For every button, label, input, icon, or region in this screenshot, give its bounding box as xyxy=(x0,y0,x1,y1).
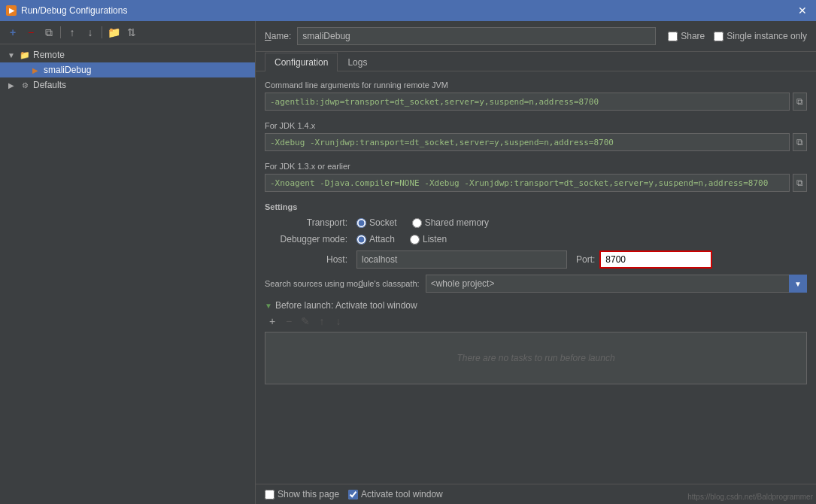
copy-config-button[interactable]: ⧉ xyxy=(41,24,57,41)
settings-title: Settings xyxy=(265,202,807,211)
config-panel: Command line arguments for running remot… xyxy=(256,71,816,484)
shared-memory-label: Shared memory xyxy=(425,217,489,228)
module-select[interactable]: <whole project> xyxy=(426,275,807,293)
show-page-checkbox[interactable] xyxy=(265,490,275,499)
config-icon: ▶ xyxy=(29,64,41,76)
listen-option[interactable]: Listen xyxy=(410,234,447,244)
right-panel: Name: Share Single instance only Confi xyxy=(256,21,816,504)
host-input[interactable] xyxy=(356,250,567,269)
host-label: Host: xyxy=(265,254,347,265)
close-button[interactable]: ✕ xyxy=(795,3,810,18)
add-config-button[interactable]: + xyxy=(5,24,21,41)
jdk13-copy-button[interactable]: ⧉ xyxy=(793,174,807,192)
cmd-copy-button[interactable]: ⧉ xyxy=(793,93,807,111)
before-launch-toolbar: + − ✎ ↑ ↓ xyxy=(265,314,807,329)
before-launch-remove-button[interactable]: − xyxy=(281,314,296,329)
shared-memory-option[interactable]: Shared memory xyxy=(412,217,489,228)
title-bar: ▶ Run/Debug Configurations ✕ xyxy=(0,0,816,21)
show-page-text: Show this page xyxy=(278,489,339,499)
sort-button[interactable]: ⇅ xyxy=(123,24,140,41)
before-launch-down-button[interactable]: ↓ xyxy=(331,314,346,329)
single-instance-label: Single instance only xyxy=(727,31,807,41)
attach-radio[interactable] xyxy=(356,235,366,244)
transport-row: Transport: Socket Shared memory xyxy=(265,217,807,228)
folder-button[interactable]: 📁 xyxy=(105,24,122,41)
run-debug-dialog: ▶ Run/Debug Configurations ✕ + − ⧉ ↑ ↓ 📁… xyxy=(0,0,816,504)
tree-toggle-defaults[interactable]: ▶ xyxy=(6,80,17,90)
separator-1 xyxy=(60,26,61,38)
socket-radio[interactable] xyxy=(356,218,366,228)
defaults-label: Defaults xyxy=(33,80,249,90)
before-launch-list: There are no tasks to run before launch xyxy=(265,332,807,384)
attach-option[interactable]: Attach xyxy=(356,234,395,244)
single-instance-checkbox-label[interactable]: Single instance only xyxy=(714,31,807,41)
before-launch-add-button[interactable]: + xyxy=(265,314,280,329)
dialog-title: Run/Debug Configurations xyxy=(21,5,127,16)
port-input[interactable] xyxy=(599,250,712,269)
move-up-button[interactable]: ↑ xyxy=(64,24,80,41)
name-row: Name: Share Single instance only xyxy=(256,21,816,52)
main-content: + − ⧉ ↑ ↓ 📁 ⇅ ▼ 📁 Remote xyxy=(0,21,816,504)
jdk13-section: For JDK 1.3.x or earlier ⧉ xyxy=(265,162,807,192)
jdk13-row: ⧉ xyxy=(265,174,807,192)
module-select-wrapper: <whole project> ▼ xyxy=(426,275,807,293)
jdk14-copy-button[interactable]: ⧉ xyxy=(793,133,807,151)
tab-logs[interactable]: Logs xyxy=(338,53,377,71)
port-label: Port: xyxy=(576,254,595,265)
title-bar-left: ▶ Run/Debug Configurations xyxy=(6,5,127,16)
cmd-label: Command line arguments for running remot… xyxy=(265,80,807,90)
socket-option[interactable]: Socket xyxy=(356,217,397,228)
jdk14-label: For JDK 1.4.x xyxy=(265,121,807,130)
activate-tool-window-text: Activate tool window xyxy=(361,489,443,499)
jdk14-input[interactable] xyxy=(265,133,790,151)
right-options: Share Single instance only xyxy=(668,31,807,41)
move-down-button[interactable]: ↓ xyxy=(82,24,99,41)
remove-config-button[interactable]: − xyxy=(23,24,39,41)
socket-label: Socket xyxy=(369,217,397,228)
debugger-mode-label: Debugger mode: xyxy=(265,234,347,244)
remote-label: Remote xyxy=(33,50,249,60)
before-launch-edit-button[interactable]: ✎ xyxy=(298,314,313,329)
module-label: Search sources using module's classpath: xyxy=(265,278,420,289)
share-label: Share xyxy=(681,31,705,41)
debugger-mode-row: Debugger mode: Attach Listen xyxy=(265,234,807,244)
tree-item-smalidebug[interactable]: ▶ smaliDebug xyxy=(0,62,255,77)
activate-tool-window-label[interactable]: Activate tool window xyxy=(348,489,443,499)
name-input[interactable] xyxy=(297,27,656,45)
before-launch-header[interactable]: ▼ Before launch: Activate tool window xyxy=(265,300,807,311)
dialog-icon: ▶ xyxy=(6,5,17,16)
jdk13-input[interactable] xyxy=(265,174,790,192)
tree-toggle-remote[interactable]: ▼ xyxy=(6,50,17,60)
separator-2 xyxy=(102,26,102,38)
shared-memory-radio[interactable] xyxy=(412,218,422,228)
name-label: Name: xyxy=(265,31,291,41)
settings-section: Settings Transport: Socket Shared memory xyxy=(265,202,807,293)
single-instance-checkbox[interactable] xyxy=(714,32,723,41)
cmd-input[interactable] xyxy=(265,93,790,111)
config-label: smaliDebug xyxy=(44,65,249,75)
show-page-label[interactable]: Show this page xyxy=(265,489,339,499)
sidebar-toolbar: + − ⧉ ↑ ↓ 📁 ⇅ xyxy=(0,21,255,44)
watermark: https://blog.csdn.net/Baldprogrammer xyxy=(687,493,813,501)
attach-label: Attach xyxy=(369,234,395,244)
tree-item-defaults[interactable]: ▶ ⚙ Defaults xyxy=(0,77,255,93)
before-launch-label: Before launch: Activate tool window xyxy=(275,300,417,311)
before-launch-section: ▼ Before launch: Activate tool window + … xyxy=(265,300,807,384)
sidebar: + − ⧉ ↑ ↓ 📁 ⇅ ▼ 📁 Remote xyxy=(0,21,256,504)
jdk14-section: For JDK 1.4.x ⧉ xyxy=(265,121,807,151)
before-launch-arrow: ▼ xyxy=(265,302,272,310)
jdk14-row: ⧉ xyxy=(265,133,807,151)
activate-tool-window-checkbox[interactable] xyxy=(348,490,358,499)
tree-item-remote[interactable]: ▼ 📁 Remote xyxy=(0,47,255,62)
module-row: Search sources using module's classpath:… xyxy=(265,275,807,293)
before-launch-up-button[interactable]: ↑ xyxy=(314,314,329,329)
tab-configuration[interactable]: Configuration xyxy=(265,53,338,71)
share-checkbox-label[interactable]: Share xyxy=(668,31,705,41)
cmd-section: Command line arguments for running remot… xyxy=(265,80,807,111)
jdk13-label: For JDK 1.3.x or earlier xyxy=(265,162,807,171)
listen-radio[interactable] xyxy=(410,235,420,244)
no-tasks-label: There are no tasks to run before launch xyxy=(457,353,614,363)
listen-label: Listen xyxy=(423,234,447,244)
config-tree: ▼ 📁 Remote ▶ smaliDebug ▶ ⚙ Defaults xyxy=(0,44,255,504)
share-checkbox[interactable] xyxy=(668,32,678,41)
